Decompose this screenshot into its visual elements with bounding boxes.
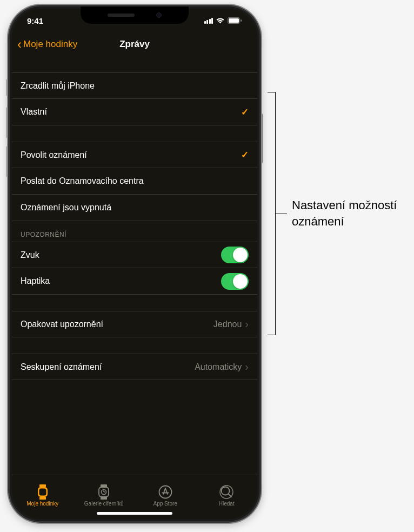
phone-mute-switch: [6, 79, 9, 96]
svg-rect-4: [39, 497, 46, 500]
back-label: Moje hodinky: [23, 39, 77, 50]
phone-volume-down: [6, 146, 9, 177]
checkmark-icon: ✓: [241, 149, 249, 161]
screen: 9:41 ‹ Moje hodinky Zprávy Zrcadlit m: [12, 9, 257, 519]
tab-search[interactable]: Hledat: [196, 475, 258, 513]
checkmark-icon: ✓: [241, 107, 249, 118]
front-camera: [156, 12, 162, 18]
row-allow-notifications[interactable]: Povolit oznámení ✓: [12, 142, 257, 168]
tab-my-watch[interactable]: Moje hodinky: [12, 475, 74, 513]
row-value: Jednou: [213, 320, 242, 329]
tab-app-store[interactable]: App Store: [135, 475, 196, 513]
status-time: 9:41: [27, 16, 43, 25]
speaker-grille: [108, 14, 135, 17]
row-notification-grouping[interactable]: Seskupení oznámení Automaticky ›: [12, 354, 257, 380]
row-label: Haptika: [21, 276, 221, 286]
watch-icon: [35, 485, 50, 499]
annotation-text: Nastavení možností oznámení: [292, 197, 411, 229]
phone-notch: [81, 6, 189, 24]
status-right: [204, 17, 243, 24]
row-custom[interactable]: Vlastní ✓: [12, 99, 257, 125]
row-label: Opakovat upozornění: [21, 320, 213, 329]
watch-face-icon: [96, 485, 111, 499]
search-icon: [219, 485, 234, 499]
settings-scroll[interactable]: Zrcadlit můj iPhone Vlastní ✓ Povolit oz…: [12, 56, 257, 475]
sound-toggle[interactable]: [221, 247, 249, 263]
row-label: Povolit oznámení: [21, 150, 241, 160]
row-value: Automaticky: [195, 362, 242, 372]
tab-label: Moje hodinky: [26, 501, 58, 507]
chevron-right-icon: ›: [245, 361, 249, 373]
row-repeat-alerts[interactable]: Opakovat upozornění Jednou ›: [12, 311, 257, 337]
row-label: Oznámení jsou vypnutá: [21, 203, 249, 212]
alerts-header: UPOZORNĚNÍ: [12, 221, 257, 242]
svg-point-13: [159, 486, 171, 498]
svg-rect-6: [39, 488, 46, 495]
row-mirror-iphone[interactable]: Zrcadlit můj iPhone: [12, 72, 257, 99]
home-indicator[interactable]: [97, 512, 172, 515]
chevron-left-icon: ‹: [17, 38, 22, 51]
row-label: Zrcadlit můj iPhone: [21, 81, 249, 91]
row-haptics: Haptika: [12, 268, 257, 295]
haptics-toggle[interactable]: [221, 273, 249, 290]
phone-volume-up: [6, 107, 9, 138]
phone-side-button: [261, 114, 263, 163]
battery-icon: [228, 17, 242, 24]
row-notifications-off[interactable]: Oznámení jsou vypnutá: [12, 195, 257, 221]
row-label: Vlastní: [21, 107, 241, 117]
phone-frame: 9:41 ‹ Moje hodinky Zprávy Zrcadlit m: [10, 6, 259, 521]
wifi-icon: [216, 17, 225, 24]
back-button[interactable]: ‹ Moje hodinky: [17, 38, 77, 51]
app-store-icon: [158, 485, 173, 499]
tab-label: Galerie ciferníků: [84, 501, 124, 507]
svg-rect-2: [241, 19, 242, 22]
annotation-bracket: [264, 92, 276, 335]
row-send-to-center[interactable]: Poslat do Oznamovacího centra: [12, 168, 257, 195]
row-label: Poslat do Oznamovacího centra: [21, 176, 249, 186]
row-label: Zvuk: [21, 250, 221, 260]
row-sound: Zvuk: [12, 242, 257, 268]
row-label: Seskupení oznámení: [21, 362, 195, 372]
annotation-callout: Nastavení možností oznámení: [264, 92, 411, 335]
tab-face-gallery[interactable]: Galerie ciferníků: [74, 475, 135, 513]
tab-label: Hledat: [219, 501, 235, 507]
chevron-right-icon: ›: [245, 318, 249, 330]
svg-rect-1: [229, 18, 239, 23]
tab-label: App Store: [153, 501, 177, 507]
cellular-signal-icon: [204, 18, 213, 24]
svg-rect-3: [39, 484, 46, 487]
nav-bar: ‹ Moje hodinky Zprávy: [12, 32, 257, 56]
